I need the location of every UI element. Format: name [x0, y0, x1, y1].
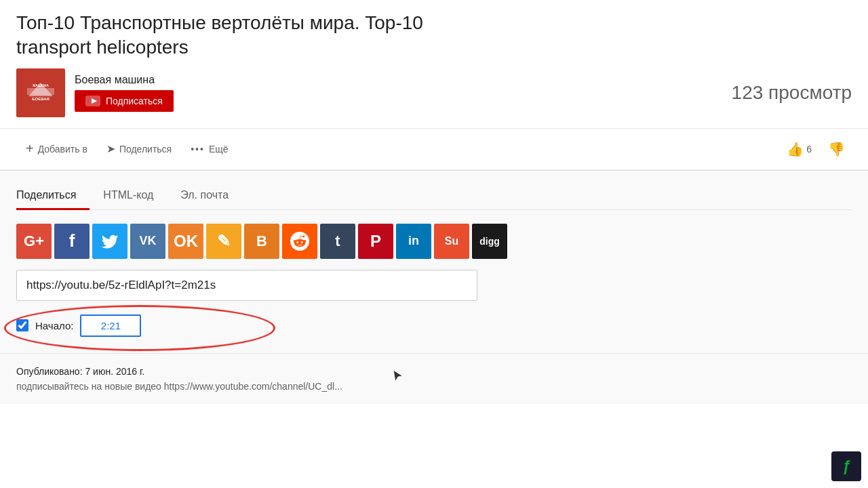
share-url-input[interactable] [16, 270, 477, 301]
add-to-button[interactable]: + Добавить в [16, 136, 97, 162]
social-icon-digg[interactable]: digg [472, 224, 507, 259]
channel-left: БОЕВАЯ МАШИНА Боевая машина [16, 68, 174, 117]
svg-text:БОЕВАЯ: БОЕВАЯ [32, 97, 50, 101]
share-button[interactable]: ➤ Поделиться [97, 137, 181, 161]
top-section: Топ-10 Транспортные вертолёты мира. Top-… [0, 0, 868, 129]
start-time-row: Начало: [16, 314, 141, 337]
channel-name: Боевая машина [75, 74, 174, 86]
social-icon-pencil[interactable]: ✎ [206, 224, 241, 259]
like-count: 6 [806, 144, 812, 155]
published-date: Опубликовано: 7 июн. 2016 г. [16, 366, 852, 377]
social-icon-reddit[interactable] [282, 224, 317, 259]
thumbs-down-icon: 👎 [828, 141, 845, 157]
like-button[interactable]: 👍 6 [780, 136, 818, 163]
share-tabs: Поделиться HTML-код Эл. почта [16, 182, 852, 210]
social-icon-googleplus[interactable]: G+ [16, 224, 52, 259]
social-icons: G+ f VK OK ✎ B t P in Su digg [16, 224, 852, 259]
dislike-button[interactable]: 👎 [821, 136, 852, 163]
more-button[interactable]: ••• Ещё [181, 138, 237, 160]
start-time-input[interactable] [80, 314, 141, 337]
start-time-label: Начало: [35, 320, 73, 331]
tab-share[interactable]: Поделиться [16, 182, 90, 210]
social-icon-twitter[interactable] [92, 224, 127, 259]
svg-text:МАШИНА: МАШИНА [33, 83, 49, 87]
main-container: Топ-10 Транспортные вертолёты мира. Top-… [0, 0, 868, 488]
share-icon: ➤ [106, 142, 115, 155]
social-icon-linkedin[interactable]: in [396, 224, 431, 259]
subscribe-label: Подписаться [106, 96, 163, 106]
more-icon: ••• [191, 144, 205, 155]
social-icon-tumblr[interactable]: t [320, 224, 355, 259]
fiverr-logo: ƒ [831, 451, 861, 481]
subscribe-channel-text: подписывайтесь на новые видео https://ww… [16, 381, 852, 392]
tab-html[interactable]: HTML-код [103, 182, 167, 210]
start-time-checkbox[interactable] [16, 319, 28, 331]
video-title: Топ-10 Транспортные вертолёты мира. Top-… [16, 11, 852, 60]
social-icon-odnoklassniki[interactable]: OK [168, 224, 203, 259]
social-icon-facebook[interactable]: f [54, 224, 90, 259]
tab-email[interactable]: Эл. почта [180, 182, 242, 210]
plus-icon: + [26, 141, 34, 157]
url-row [16, 270, 852, 301]
subscribe-button[interactable]: Подписаться [75, 90, 174, 112]
share-panel: Поделиться HTML-код Эл. почта G+ f VK OK… [0, 170, 868, 353]
social-icon-stumbleupon[interactable]: Su [434, 224, 469, 259]
social-icon-vk[interactable]: VK [130, 224, 165, 259]
social-icon-pinterest[interactable]: P [358, 224, 393, 259]
channel-info: Боевая машина Подписаться [75, 74, 174, 112]
views-count: 123 просмотр [732, 82, 852, 104]
social-icon-blogger[interactable]: B [244, 224, 279, 259]
channel-row: БОЕВАЯ МАШИНА Боевая машина [16, 68, 852, 117]
yt-icon [85, 96, 100, 106]
channel-avatar[interactable]: БОЕВАЯ МАШИНА [16, 68, 65, 117]
action-bar-right: 👍 6 👎 [780, 136, 852, 163]
thumbs-up-icon: 👍 [787, 141, 804, 157]
action-bar: + Добавить в ➤ Поделиться ••• Ещё 👍 6 👎 [0, 129, 868, 170]
published-section: Опубликовано: 7 июн. 2016 г. подписывайт… [0, 353, 868, 404]
